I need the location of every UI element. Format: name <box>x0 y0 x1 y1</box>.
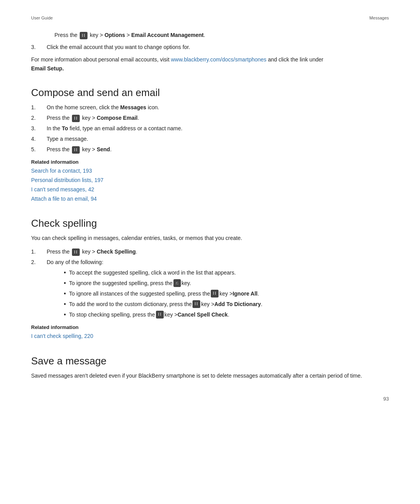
bb-key-cancel: ⁝⁝ <box>156 311 164 318</box>
spelling-related-title: Related information <box>31 324 389 330</box>
compose-section: Compose and send an email 1. On the home… <box>31 87 389 203</box>
bb-key-spell: ⁝⁝ <box>72 248 80 256</box>
page-container: User Guide Messages Press the ⁝⁝ key > O… <box>0 0 420 417</box>
spelling-steps: 1. Press the ⁝⁝ key > Check Spelling. 2.… <box>31 248 389 266</box>
compose-step3: 3. In the To field, type an email addres… <box>31 124 389 133</box>
compose-step1: 1. On the home screen, click the Message… <box>31 103 389 112</box>
header-right: Messages <box>369 16 389 20</box>
compose-step4: 4. Type a message. <box>31 135 389 143</box>
intro-press-text: Press the <box>54 32 79 38</box>
bb-key-icon: ⁝⁝ <box>80 32 88 39</box>
compose-step2: 2. Press the ⁝⁝ key > Compose Email. <box>31 114 389 122</box>
spelling-intro: You can check spelling in messages, cale… <box>31 234 389 242</box>
bb-key-dict: ⁝⁝ <box>192 300 200 308</box>
intro-press-line: Press the ⁝⁝ key > Options > Email Accou… <box>31 32 389 39</box>
spelling-bullet1: To accept the suggested spelling, click … <box>62 269 389 277</box>
spelling-bullets: To accept the suggested spelling, click … <box>31 269 389 319</box>
spelling-bullet4: To add the word to the custom dictionary… <box>62 300 389 308</box>
intro-step3: 3. Click the email account that you want… <box>31 43 389 51</box>
compose-related-title: Related information <box>31 159 389 165</box>
compose-link-3[interactable]: I can't send messages, 42 <box>31 185 389 194</box>
spelling-step1: 1. Press the ⁝⁝ key > Check Spelling. <box>31 248 389 256</box>
back-key-icon: ⎌ <box>173 279 181 287</box>
intro-numbered-list: 3. Click the email account that you want… <box>31 43 389 51</box>
page-number: 93 <box>383 396 389 402</box>
compose-steps: 1. On the home screen, click the Message… <box>31 103 389 154</box>
blackberry-link[interactable]: www.blackberry.com/docs/smartphones <box>171 56 267 63</box>
compose-link-2[interactable]: Personal distribution lists, 197 <box>31 176 389 185</box>
page-header: User Guide Messages <box>31 16 389 20</box>
save-title: Save a message <box>31 355 389 367</box>
compose-title: Compose and send an email <box>31 87 389 99</box>
spelling-step2: 2. Do any of the following: <box>31 258 389 266</box>
bb-key-2: ⁝⁝ <box>72 115 80 122</box>
intro-step3-text: Click the email account that you want to… <box>47 43 389 51</box>
intro-section: Press the ⁝⁝ key > Options > Email Accou… <box>31 32 389 73</box>
bb-key-ignore: ⁝⁝ <box>211 290 219 297</box>
compose-step5: 5. Press the ⁝⁝ key > Send. <box>31 145 389 154</box>
compose-link-4[interactable]: Attach a file to an email, 94 <box>31 194 389 204</box>
save-intro: Saved messages aren't deleted even if yo… <box>31 372 389 380</box>
intro-more-info: For more information about personal emai… <box>31 55 389 73</box>
spelling-bullet2: To ignore the suggested spelling, press … <box>62 279 389 287</box>
spelling-link-1[interactable]: I can't check spelling, 220 <box>31 332 389 341</box>
spelling-section: Check spelling You can check spelling in… <box>31 217 389 341</box>
spelling-related-info: Related information I can't check spelli… <box>31 324 389 341</box>
compose-related-info: Related information Search for a contact… <box>31 159 389 203</box>
spelling-title: Check spelling <box>31 217 389 229</box>
compose-link-1[interactable]: Search for a contact, 193 <box>31 166 389 176</box>
save-section: Save a message Saved messages aren't del… <box>31 355 389 380</box>
intro-options-text: key > Options > Email Account Management… <box>90 32 205 38</box>
spelling-bullet3: To ignore all instances of the suggested… <box>62 290 389 298</box>
bb-key-5: ⁝⁝ <box>72 146 80 154</box>
header-left: User Guide <box>31 16 53 20</box>
spelling-bullet5: To stop checking spelling, press the ⁝⁝ … <box>62 311 389 319</box>
